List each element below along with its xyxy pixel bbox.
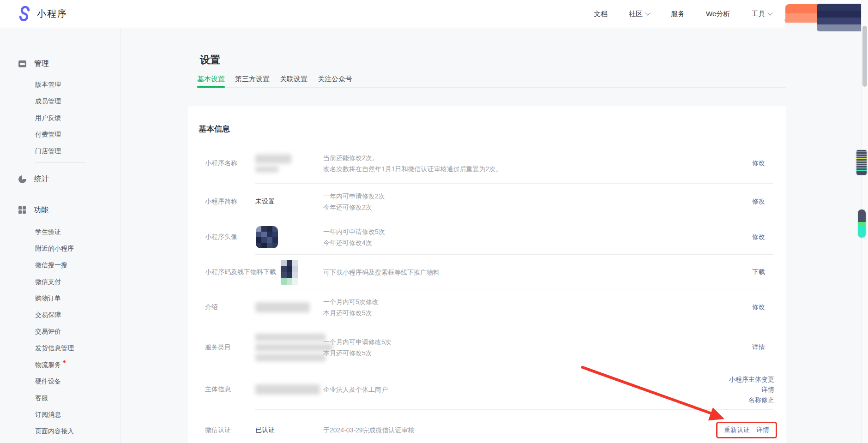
row-desc: 可下载小程序码及搜索框等线下推广物料 (323, 267, 440, 278)
action-link[interactable]: 下载 (752, 268, 765, 276)
grid-icon (18, 206, 26, 214)
tab-basic-settings[interactable]: 基本设置 (197, 74, 225, 87)
row-desc-line: 今年还可修改2次 (323, 202, 385, 213)
row-desc: 一个月内可5次修改本月还可修改5次 (323, 296, 379, 318)
settings-row-mini-program-name: 小程序名称当前还能修改2次。改名次数将在自然年1月1日和微信认证审核通过后重置为… (188, 143, 786, 184)
sidebar-item-logistics-services[interactable]: 物流服务 (35, 356, 115, 373)
tab-followed-official-account[interactable]: 关注公众号 (318, 74, 352, 87)
nav-item-service[interactable]: 服务 (671, 10, 685, 18)
blur-bar (255, 155, 291, 164)
sidebar-item-shopping-orders[interactable]: 购物订单 (35, 290, 115, 306)
sidebar-item-label: 微信搜一搜 (35, 261, 67, 269)
sidebar-item-transaction-reviews[interactable]: 交易评价 (35, 323, 115, 340)
row-desc: 一年内可申请修改5次今年还可修改4次 (323, 226, 385, 248)
sidebar-item-shipping-info-management[interactable]: 发货信息管理 (35, 340, 115, 356)
row-label: 介绍 (205, 303, 218, 311)
row-desc-line: 可下载小程序码及搜索框等线下推广物料 (323, 267, 440, 278)
action-link[interactable]: 修改 (752, 233, 765, 241)
row-actions: 修改 (752, 198, 765, 206)
row-desc-line: 本月还可修改5次 (323, 307, 379, 318)
sidebar-item-payment-management[interactable]: 付费管理 (35, 126, 115, 143)
action-link[interactable]: 详情 (761, 384, 774, 395)
settings-row-mini-program-code-materials: 小程序码及线下物料下载可下载小程序码及搜索框等线下推广物料下载 (188, 255, 786, 289)
blur-bar (255, 344, 333, 351)
sidebar-item-member-management[interactable]: 成员管理 (35, 93, 115, 109)
pie-chart-icon (18, 175, 26, 183)
sidebar-item-page-content-access[interactable]: 页面内容接入 (35, 423, 115, 439)
nav-item-community[interactable]: 社区 (629, 10, 650, 18)
row-label: 服务类目 (205, 343, 231, 352)
action-link[interactable]: 小程序主体变更 (729, 374, 774, 384)
mini-program-avatar-image (256, 226, 278, 248)
nav-item-docs[interactable]: 文档 (594, 10, 608, 18)
nav-item-tools[interactable]: 工具 (751, 10, 772, 18)
action-link[interactable]: 修改 (752, 159, 765, 168)
action-link[interactable]: 详情 (752, 343, 765, 352)
row-desc-line: 改名次数将在自然年1月1日和微信认证审核通过后重置为2次。 (323, 163, 502, 174)
chevron-down-icon (768, 10, 773, 15)
settings-row-wechat-verification: 微信认证已认证于2024-03-29完成微信认证审核重新认证详情 (188, 410, 786, 443)
sidebar-section-management[interactable]: 管理 (18, 57, 49, 70)
mini-program-console: 小程序 文档社区服务We分析工具 管理版本管理成员管理用户反馈付费管理门店管理统… (0, 0, 868, 443)
row-desc-line: 本月还可修改5次 (323, 347, 392, 359)
tab-third-party-settings[interactable]: 第三方设置 (235, 74, 270, 87)
progress-pill-widget (857, 209, 867, 239)
nav-item-label: 服务 (671, 10, 685, 18)
row-actions: 修改 (752, 303, 765, 311)
sidebar-item-label: 交易保障 (35, 311, 61, 318)
tabs: 基本设置第三方设置关联设置关注公众号 (197, 74, 352, 87)
sidebar-item-store-management[interactable]: 门店管理 (35, 143, 115, 159)
action-link[interactable]: 名称修正 (748, 395, 774, 405)
scrollbar-thumb[interactable] (862, 26, 867, 87)
sidebar-item-label: 页面内容接入 (35, 427, 74, 435)
nav-item-we-analytics[interactable]: We分析 (706, 10, 730, 18)
tray-icon (18, 60, 26, 67)
account-avatar[interactable] (817, 4, 868, 31)
sidebar-item-label: 微信支付 (35, 278, 61, 285)
sidebar-item-hardware-devices[interactable]: 硬件设备 (35, 373, 115, 389)
sidebar-section-label: 功能 (34, 205, 48, 215)
tab-linked-settings[interactable]: 关联设置 (280, 74, 307, 87)
sidebar-section-statistics[interactable]: 统计 (18, 173, 49, 186)
sidebar-item-transaction-guarantee[interactable]: 交易保障 (35, 306, 115, 323)
sidebar-item-label: 交易评价 (35, 328, 61, 335)
sidebar-item-label: 学生验证 (35, 228, 61, 235)
row-desc-line: 一个月内可5次修改 (323, 296, 379, 307)
sidebar-item-student-verification[interactable]: 学生验证 (35, 223, 115, 240)
settings-row-mini-program-abbreviation: 小程序简称未设置一年内可申请修改2次今年还可修改2次修改 (188, 184, 786, 219)
row-desc-line: 企业法人及个体工商户 (323, 384, 388, 395)
sidebar-section-features[interactable]: 功能 (18, 204, 48, 216)
logo-text: 小程序 (37, 7, 67, 20)
nav-item-label: 文档 (594, 10, 608, 18)
settings-row-entity-info: 主体信息企业法人及个体工商户小程序主体变更详情名称修正 (188, 369, 786, 410)
sidebar-item-version-management[interactable]: 版本管理 (35, 76, 115, 93)
nav-item-label: We分析 (706, 10, 730, 18)
blurred-value (255, 334, 333, 361)
blurred-value (255, 384, 320, 395)
stripe-indicator-widget (856, 149, 868, 176)
action-link[interactable]: 修改 (752, 198, 765, 206)
sidebar-item-wechat-search[interactable]: 微信搜一搜 (35, 257, 115, 273)
sidebar-item-label: 版本管理 (35, 81, 61, 88)
action-link[interactable]: 修改 (752, 303, 765, 311)
nav-item-label: 工具 (751, 10, 765, 18)
sidebar-item-label: 发货信息管理 (35, 344, 74, 352)
sidebar-section-label: 管理 (34, 59, 49, 69)
logo[interactable]: 小程序 (17, 6, 67, 21)
sidebar-item-subscribe-messages[interactable]: 订阅消息 (35, 406, 115, 423)
row-actions: 下载 (752, 268, 765, 276)
sidebar-item-wechat-pay[interactable]: 微信支付 (35, 273, 115, 290)
action-link[interactable]: 详情 (756, 426, 769, 434)
sidebar-item-label: 客服 (35, 394, 48, 401)
row-desc-line: 于2024-03-29完成微信认证审核 (323, 425, 415, 436)
sidebar-item-label: 门店管理 (35, 147, 61, 155)
sidebar-item-user-feedback[interactable]: 用户反馈 (35, 109, 115, 126)
sidebar-item-nearby-mini-programs[interactable]: 附近的小程序 (35, 240, 115, 257)
top-header: 小程序 文档社区服务We分析工具 (0, 0, 868, 28)
row-desc-line: 一个月内可申请修改5次 (323, 336, 392, 347)
sidebar-item-customer-service[interactable]: 客服 (35, 389, 115, 406)
blurred-value (255, 302, 310, 312)
action-link[interactable]: 重新认证 (724, 426, 750, 434)
row-actions: 修改 (752, 159, 765, 168)
card-section-title: 基本信息 (199, 124, 230, 134)
